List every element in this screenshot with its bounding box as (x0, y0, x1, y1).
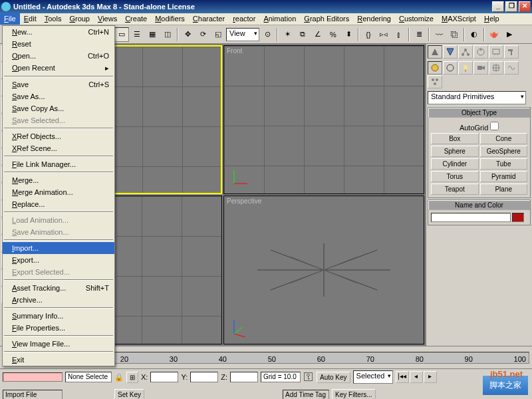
align-button[interactable]: ⫿ (392, 27, 406, 42)
file-menu-merge-animation[interactable]: Merge Animation... (3, 186, 114, 198)
render-scene-button[interactable]: 🫖 (487, 27, 501, 42)
quick-render-button[interactable]: ▶ (502, 27, 517, 42)
window-crossing-button[interactable]: ◫ (160, 27, 175, 42)
menu-file[interactable]: File (0, 13, 20, 25)
menu-help[interactable]: Help (480, 13, 503, 25)
cameras-subtab[interactable] (473, 61, 488, 74)
menu-group[interactable]: Group (65, 13, 94, 25)
angle-snap-button[interactable]: ∠ (311, 27, 325, 42)
layer-manager-button[interactable]: ≣ (412, 27, 426, 42)
maximize-button[interactable]: ❐ (505, 1, 517, 12)
file-menu-file-link-manager[interactable]: File Link Manager... (3, 158, 114, 170)
lock-icon[interactable]: 🔒 (114, 373, 124, 382)
file-menu-replace[interactable]: Replace... (3, 198, 114, 210)
autokey-button[interactable]: Auto Key (317, 372, 350, 383)
create-sphere-button[interactable]: Sphere (431, 146, 479, 157)
select-region-button[interactable]: ▦ (145, 27, 160, 42)
file-menu-export[interactable]: Export... (3, 254, 114, 266)
z-input[interactable] (230, 372, 258, 382)
file-menu-reset[interactable]: Reset (3, 38, 114, 50)
menu-graph-editors[interactable]: Graph Editors (300, 13, 353, 25)
spinner-snap-button[interactable]: ⬍ (341, 27, 356, 42)
select-scale-button[interactable]: ◱ (211, 27, 225, 42)
create-teapot-button[interactable]: Teapot (431, 184, 479, 195)
category-dropdown[interactable]: Standard Primitives (428, 91, 526, 104)
lights-subtab[interactable] (458, 61, 473, 74)
file-menu-save-as[interactable]: Save As... (3, 90, 114, 102)
file-menu-save-copy-as[interactable]: Save Copy As... (3, 102, 114, 114)
create-pyramid-button[interactable]: Pyramid (480, 171, 528, 182)
create-box-button[interactable]: Box (431, 133, 479, 144)
prev-frame-button[interactable]: ◂ (410, 371, 423, 383)
menu-edit[interactable]: Edit (20, 13, 41, 25)
snap-toggle-button[interactable]: ⧉ (295, 27, 310, 42)
file-menu-exit[interactable]: Exit (3, 354, 114, 366)
file-menu-asset-tracking[interactable]: Asset Tracking...Shift+T (3, 282, 114, 294)
viewport-perspective[interactable]: Perspective (223, 196, 424, 344)
file-menu-archive[interactable]: Archive... (3, 294, 114, 306)
keyfilters-button[interactable]: Key Filters... (332, 389, 376, 399)
menu-modifiers[interactable]: Modifiers (151, 13, 189, 25)
file-menu-save[interactable]: SaveCtrl+S (3, 78, 114, 90)
motion-tab[interactable] (473, 45, 488, 59)
select-move-button[interactable]: ✥ (180, 27, 195, 42)
file-menu-file-properties[interactable]: File Properties... (3, 322, 114, 334)
create-torus-button[interactable]: Torus (431, 171, 479, 182)
y-input[interactable] (190, 372, 218, 382)
create-tube-button[interactable]: Tube (480, 158, 528, 170)
display-tab[interactable] (489, 45, 503, 59)
object-type-rollout-head[interactable]: Object Type (428, 108, 530, 118)
create-plane-button[interactable]: Plane (480, 184, 528, 195)
x-input[interactable] (150, 372, 178, 382)
object-name-input[interactable] (431, 213, 511, 222)
transform-type-button[interactable]: ⊞ (126, 372, 138, 383)
schematic-view-button[interactable]: ⿻ (447, 27, 462, 42)
create-tab[interactable] (428, 45, 442, 59)
file-menu-view-image-file[interactable]: View Image File... (3, 338, 114, 350)
select-rotate-button[interactable]: ⟳ (196, 27, 210, 42)
manipulate-button[interactable]: ✶ (280, 27, 295, 42)
systems-subtab[interactable] (428, 75, 442, 88)
menu-reactor[interactable]: reactor (229, 13, 259, 25)
select-by-name-button[interactable]: ☰ (130, 27, 144, 42)
file-menu-open[interactable]: Open...Ctrl+O (3, 50, 114, 62)
pivot-center-button[interactable]: ⊙ (260, 27, 275, 42)
file-menu-xref-objects[interactable]: XRef Objects... (3, 130, 114, 142)
object-color-swatch[interactable] (512, 213, 524, 222)
menu-tools[interactable]: Tools (41, 13, 66, 25)
file-menu-import[interactable]: Import... (3, 242, 114, 254)
autogrid-checkbox[interactable] (490, 122, 499, 130)
file-menu-merge[interactable]: Merge... (3, 174, 114, 186)
spacewarps-subtab[interactable] (504, 61, 519, 74)
menu-views[interactable]: Views (94, 13, 121, 25)
menu-customize[interactable]: Customize (395, 13, 438, 25)
modify-tab[interactable] (443, 45, 458, 59)
menu-character[interactable]: Character (189, 13, 229, 25)
close-button[interactable]: ✕ (519, 1, 531, 12)
menu-maxscript[interactable]: MAXScript (438, 13, 480, 25)
geometry-subtab[interactable] (428, 61, 442, 74)
ref-coord-drop[interactable]: View (226, 28, 259, 41)
curve-editor-button[interactable]: 〰 (432, 27, 446, 42)
create-cylinder-button[interactable]: Cylinder (431, 158, 479, 170)
file-menu-summary-info[interactable]: Summary Info... (3, 310, 114, 322)
setkey-button[interactable]: Set Key (114, 389, 144, 399)
minimize-button[interactable]: _ (492, 1, 504, 12)
addtimetag-button[interactable]: Add Time Tag (283, 390, 329, 400)
create-cone-button[interactable]: Cone (480, 133, 528, 144)
utilities-tab[interactable] (504, 45, 519, 59)
shapes-subtab[interactable] (443, 61, 458, 74)
menu-rendering[interactable]: Rendering (353, 13, 395, 25)
select-object-button[interactable]: ▭ (114, 27, 129, 42)
menu-animation[interactable]: Animation (259, 13, 300, 25)
material-editor-button[interactable]: ◐ (467, 27, 481, 42)
mirror-button[interactable]: ▹◃ (376, 27, 391, 42)
play-button[interactable]: ▸ (424, 371, 437, 383)
name-color-rollout-head[interactable]: Name and Color (428, 200, 530, 210)
named-sets-button[interactable]: {} (361, 27, 376, 42)
menu-create[interactable]: Create (121, 13, 151, 25)
file-menu-new[interactable]: New...Ctrl+N (3, 26, 114, 38)
goto-start-button[interactable]: |◂◂ (396, 371, 409, 383)
autogrid-check[interactable]: AutoGrid (431, 120, 527, 133)
create-geosphere-button[interactable]: GeoSphere (480, 146, 528, 157)
